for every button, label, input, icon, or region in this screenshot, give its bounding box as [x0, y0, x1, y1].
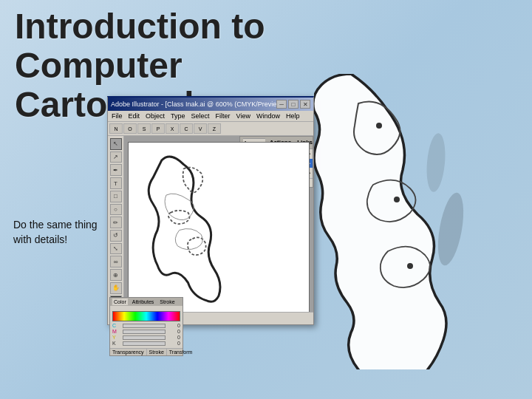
menu-edit[interactable]: Edit [126, 112, 143, 120]
ai-tools-panel: ↖ ↗ ✒ T □ ○ ✏ ↺ ⤡ ∞ ⊕ ✋ ■ □ [108, 136, 124, 322]
tab-stroke[interactable]: Stroke [158, 299, 176, 305]
menu-window[interactable]: Window [254, 112, 282, 120]
tool-type[interactable]: T [110, 177, 122, 189]
svg-point-3 [434, 191, 468, 267]
menu-type[interactable]: Type [168, 112, 188, 120]
tool-pen[interactable]: ✒ [110, 164, 122, 176]
tool-blend[interactable]: ∞ [110, 256, 122, 267]
tool-rect[interactable]: □ [110, 191, 122, 202]
toolbar-save[interactable]: S [137, 123, 151, 134]
slider-yellow: Y 0 [112, 335, 180, 340]
toolbar-paste[interactable]: V [194, 123, 207, 134]
menu-file[interactable]: File [109, 112, 125, 120]
tool-direct-select[interactable]: ↗ [110, 151, 122, 163]
ai-content-area: ↖ ↗ ✒ T □ ○ ✏ ↺ ⤡ ∞ ⊕ ✋ ■ □ Layers Actio… [108, 136, 313, 322]
tool-scale[interactable]: ⤡ [110, 243, 122, 255]
slider-black: K 0 [112, 341, 180, 346]
slider-cyan-bar[interactable] [123, 324, 166, 328]
tab-attributes[interactable]: Attributes [131, 299, 156, 305]
close-button[interactable]: ✕ [300, 100, 310, 109]
title-line2: Computer [15, 47, 265, 86]
tool-select[interactable]: ↖ [110, 138, 122, 150]
slider-cyan: C 0 [112, 323, 180, 328]
toolbar-copy[interactable]: C [180, 123, 193, 134]
tab-transparency[interactable]: Transparency [110, 349, 147, 355]
menu-select[interactable]: Select [189, 112, 212, 120]
menu-object[interactable]: Object [143, 112, 167, 120]
svg-point-0 [376, 123, 382, 129]
menu-help[interactable]: Help [284, 112, 302, 120]
ai-canvas[interactable] [128, 142, 310, 318]
color-panel-tabs: Color Attributes Stroke [110, 298, 183, 306]
menu-filter[interactable]: Filter [214, 112, 233, 120]
minimize-button[interactable]: ─ [276, 100, 287, 109]
slider-black-bar[interactable] [123, 341, 166, 346]
titlebar-buttons: ─ □ ✕ [276, 100, 310, 109]
slider-magenta-bar[interactable] [123, 330, 166, 334]
slider-yellow-bar[interactable] [123, 335, 166, 340]
canvas-svg [129, 143, 309, 318]
maximize-button[interactable]: □ [288, 100, 299, 109]
ai-toolbar: N O S P X C V Z [108, 122, 313, 136]
ai-main-canvas[interactable]: Layers Actions Links Shoreline ▶ Marker … [124, 136, 313, 322]
sketch-decoration [314, 74, 532, 369]
tool-ellipse[interactable]: ○ [110, 204, 122, 216]
toolbar-undo[interactable]: Z [208, 123, 221, 134]
tool-zoom[interactable]: ⊕ [110, 269, 122, 281]
toolbar-open[interactable]: O [123, 123, 137, 134]
color-panel: Color Attributes Stroke C 0 M 0 Y 0 K [109, 297, 183, 356]
ai-menubar: File Edit Object Type Select Filter View… [108, 111, 313, 122]
ai-titlebar: Adobe Illustrator - [Class Inak.ai @ 600… [108, 98, 313, 111]
color-panel-content: C 0 M 0 Y 0 K 0 [110, 307, 183, 348]
instruction-text: Do the same thing with details! [13, 218, 102, 247]
ai-window: Adobe Illustrator - [Class Inak.ai @ 600… [107, 96, 314, 325]
tab-transform[interactable]: Transform [167, 349, 195, 355]
tab-stroke2[interactable]: Stroke [147, 349, 167, 355]
toolbar-cut[interactable]: X [166, 123, 179, 134]
color-spectrum-bar[interactable] [112, 311, 180, 321]
sketch-svg [314, 74, 532, 369]
slider-magenta: M 0 [112, 329, 180, 334]
toolbar-new[interactable]: N [109, 123, 123, 134]
tool-brush[interactable]: ✏ [110, 216, 122, 228]
color-sliders: C 0 M 0 Y 0 K 0 [112, 323, 180, 346]
svg-point-4 [425, 132, 448, 193]
title-line1: Introduction to [15, 7, 265, 47]
menu-view[interactable]: View [234, 112, 253, 120]
bottom-tabs: Transparency Stroke Transform [110, 348, 183, 355]
tab-color[interactable]: Color [112, 299, 128, 305]
ai-window-title: Adobe Illustrator - [Class Inak.ai @ 600… [111, 100, 276, 108]
tool-hand[interactable]: ✋ [110, 282, 122, 294]
svg-point-1 [394, 197, 400, 202]
tool-rotate[interactable]: ↺ [110, 230, 122, 242]
svg-point-2 [407, 263, 413, 269]
toolbar-print[interactable]: P [151, 123, 165, 134]
